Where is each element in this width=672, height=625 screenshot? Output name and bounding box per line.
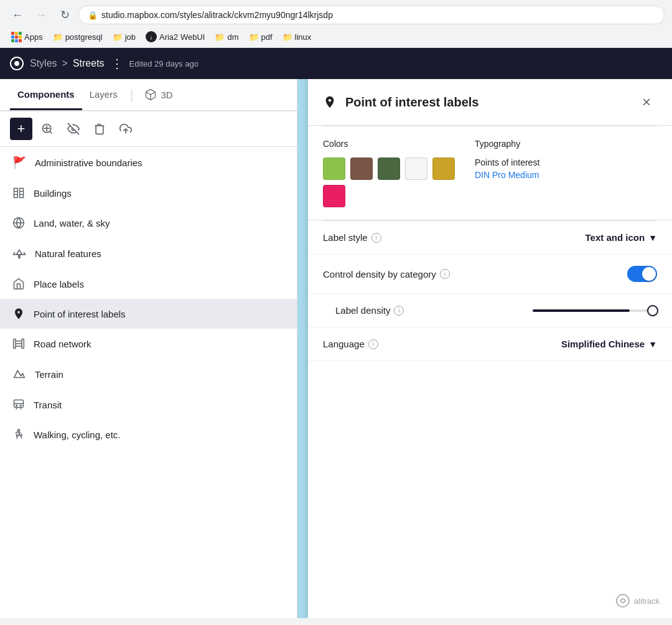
layer-label: Road network xyxy=(34,339,91,349)
apps-grid-icon xyxy=(11,32,22,42)
label-style-value: Text and icon xyxy=(586,232,645,243)
layer-item-land-water-sky[interactable]: Land, water, & sky xyxy=(0,208,297,238)
label-density-slider[interactable] xyxy=(533,309,657,312)
watermark-container: alitrack xyxy=(308,361,672,618)
language-info-icon[interactable]: i xyxy=(368,339,378,349)
forward-button[interactable]: → xyxy=(31,5,51,25)
buildings-icon xyxy=(12,187,25,199)
left-panel: Components Layers | 3D + xyxy=(0,79,297,618)
colors-column: Colors xyxy=(323,139,455,207)
bookmark-linux[interactable]: 📁 linux xyxy=(279,31,315,43)
svg-point-25 xyxy=(617,594,629,607)
breadcrumb-current-style: Streets xyxy=(73,58,105,69)
swatch-green-light[interactable] xyxy=(323,157,345,180)
add-layer-button[interactable]: + xyxy=(10,118,32,140)
trash-icon xyxy=(93,123,106,135)
layer-item-road-network[interactable]: Road network xyxy=(0,329,297,359)
tab-3d[interactable]: 3D xyxy=(138,80,179,110)
setting-row-label-style: Label style i Text and icon ▼ xyxy=(308,221,672,255)
poi-pin-icon xyxy=(323,95,337,109)
control-density-info-icon[interactable]: i xyxy=(440,269,450,279)
tab-components[interactable]: Components xyxy=(10,80,82,110)
layer-label: Administrative boundaries xyxy=(35,157,142,168)
swatch-red-pink[interactable] xyxy=(323,185,345,207)
search-layer-button[interactable] xyxy=(36,118,58,140)
lock-icon: 🔒 xyxy=(88,11,98,20)
address-bar[interactable]: 🔒 studio.mapbox.com/styles/alitrack/ckvm… xyxy=(78,6,665,24)
bookmark-label: pdf xyxy=(261,32,273,42)
label-style-label: Label style i xyxy=(323,232,586,243)
breadcrumb-separator: > xyxy=(62,58,68,69)
toggle-visibility-button[interactable] xyxy=(62,118,85,140)
edited-timestamp: Edited 29 days ago xyxy=(129,59,198,68)
svg-rect-15 xyxy=(14,339,16,349)
layer-item-point-of-interest-labels[interactable]: Point of interest labels xyxy=(0,299,297,329)
detail-panel-title: Point of interest labels xyxy=(345,95,627,110)
bookmark-apps[interactable]: Apps xyxy=(7,31,47,44)
swatch-white[interactable] xyxy=(405,157,427,180)
tree-icon xyxy=(12,247,26,260)
bookmark-label: job xyxy=(125,32,136,42)
delete-layer-button[interactable] xyxy=(88,118,111,140)
label-style-info-icon[interactable]: i xyxy=(371,233,381,243)
toggle-knob xyxy=(642,267,656,281)
place-icon xyxy=(12,278,25,290)
setting-row-label-density: Label density i xyxy=(308,294,672,327)
slider-thumb[interactable] xyxy=(647,305,658,316)
bookmark-label: linux xyxy=(295,32,312,42)
control-density-label: Control density by category i xyxy=(323,269,627,280)
typography-font-link[interactable]: DIN Pro Medium xyxy=(475,170,657,180)
layer-item-terrain[interactable]: Terrain xyxy=(0,359,297,390)
tab-layers[interactable]: Layers xyxy=(82,80,125,110)
upload-layer-button[interactable] xyxy=(114,118,137,140)
tab-divider: | xyxy=(130,87,134,103)
reload-button[interactable]: ↻ xyxy=(55,5,75,25)
control-density-toggle[interactable] xyxy=(627,266,657,282)
svg-point-22 xyxy=(16,405,17,406)
language-dropdown[interactable]: Simplified Chinese ▼ xyxy=(561,339,657,349)
layer-item-transit[interactable]: Transit xyxy=(0,390,297,420)
detail-panel-close-button[interactable]: × xyxy=(636,92,657,113)
colors-label: Colors xyxy=(323,139,455,149)
alitrack-text: alitrack xyxy=(634,596,660,606)
language-value: Simplified Chinese xyxy=(561,339,645,349)
transit-icon xyxy=(12,398,25,411)
layer-item-walking-cycling[interactable]: Walking, cycling, etc. xyxy=(0,420,297,449)
language-dropdown-arrow: ▼ xyxy=(648,339,657,349)
layer-item-administrative-boundaries[interactable]: 🚩 Administrative boundaries xyxy=(0,147,297,178)
svg-rect-7 xyxy=(14,189,18,198)
globe-icon xyxy=(12,217,25,229)
layer-label: Buildings xyxy=(34,188,72,199)
label-style-dropdown-arrow: ▼ xyxy=(648,233,657,243)
svg-line-2 xyxy=(50,131,52,134)
swatch-gold[interactable] xyxy=(432,157,455,180)
layer-item-buildings[interactable]: Buildings xyxy=(0,178,297,208)
layers-list: 🚩 Administrative boundaries Buildings xyxy=(0,147,297,618)
slider-fill xyxy=(533,309,630,312)
layer-label: Point of interest labels xyxy=(34,309,126,319)
bookmark-aria2[interactable]: ↓ Aria2 WebUI xyxy=(142,30,208,44)
bookmark-label: dm xyxy=(227,32,238,42)
top-nav: Styles > Streets ⋮ Edited 29 days ago xyxy=(0,48,672,79)
color-swatches-row1 xyxy=(323,157,455,180)
layer-label: Land, water, & sky xyxy=(34,218,110,228)
slider-track[interactable] xyxy=(533,309,657,312)
label-density-info-icon[interactable]: i xyxy=(394,306,404,316)
bookmark-pdf[interactable]: 📁 pdf xyxy=(245,31,276,43)
app-container: Styles > Streets ⋮ Edited 29 days ago Co… xyxy=(0,48,672,618)
panel-tabs: Components Layers | 3D xyxy=(0,79,297,111)
swatch-green-dark[interactable] xyxy=(378,157,400,180)
breadcrumb-styles-link[interactable]: Styles xyxy=(30,58,57,69)
swatch-brown[interactable] xyxy=(350,157,373,180)
back-button[interactable]: ← xyxy=(7,5,27,25)
layer-item-natural-features[interactable]: Natural features xyxy=(0,238,297,269)
more-options-button[interactable]: ⋮ xyxy=(111,56,123,71)
layer-label: Natural features xyxy=(35,248,101,259)
bookmark-postgresql[interactable]: 📁 postgresql xyxy=(49,31,106,43)
layer-item-place-labels[interactable]: Place labels xyxy=(0,269,297,299)
color-swatches-row2 xyxy=(323,185,455,207)
setting-row-control-density: Control density by category i xyxy=(308,255,672,294)
bookmark-dm[interactable]: 📁 dm xyxy=(211,31,242,43)
label-style-dropdown[interactable]: Text and icon ▼ xyxy=(586,232,657,243)
bookmark-job[interactable]: 📁 job xyxy=(109,31,139,43)
